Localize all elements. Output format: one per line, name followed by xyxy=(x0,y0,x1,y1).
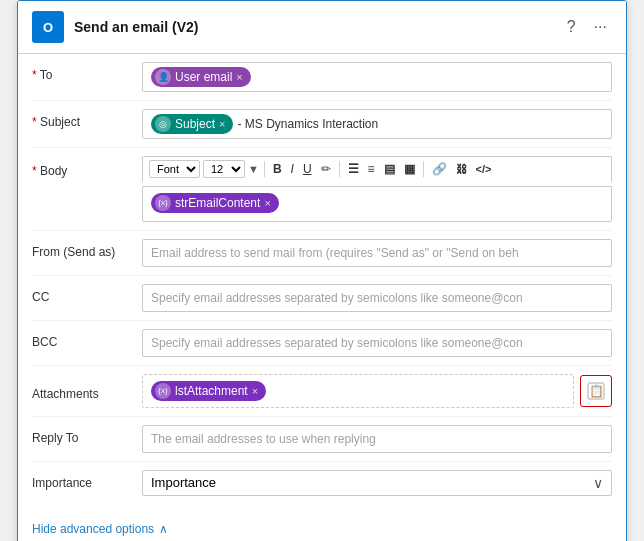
hide-advanced-link[interactable]: Hide advanced options xyxy=(32,522,154,536)
attachment-add-icon: 📋 xyxy=(587,382,605,400)
help-button[interactable]: ? xyxy=(562,16,581,38)
to-control: 👤 User email × xyxy=(142,62,612,92)
ul-btn[interactable]: ☰ xyxy=(345,160,362,179)
font-size-select[interactable]: 12 xyxy=(203,160,245,178)
cc-label: CC xyxy=(32,284,142,304)
email-card: O Send an email (V2) ? ··· To 👤 User ema… xyxy=(17,0,627,541)
to-tag-icon: 👤 xyxy=(155,69,171,85)
svg-text:O: O xyxy=(43,20,53,35)
to-input[interactable]: 👤 User email × xyxy=(142,62,612,92)
importance-label: Importance xyxy=(32,470,142,490)
subject-tag: ◎ Subject × xyxy=(151,114,233,134)
to-tag: 👤 User email × xyxy=(151,67,251,87)
attachment-tag: {x} lstAttachment × xyxy=(151,381,266,401)
body-tag-icon: {x} xyxy=(155,195,171,211)
importance-row: Importance Importance ∨ xyxy=(32,462,612,504)
attachments-input[interactable]: {x} lstAttachment × xyxy=(142,374,574,408)
link-btn[interactable]: 🔗 xyxy=(429,160,450,179)
bold-btn[interactable]: B xyxy=(270,160,285,179)
attachment-tag-icon: {x} xyxy=(155,383,171,399)
subject-row: Subject ◎ Subject × - MS Dynamics Intera… xyxy=(32,101,612,148)
subject-tag-close[interactable]: × xyxy=(219,118,225,130)
importance-chevron: ∨ xyxy=(593,475,603,491)
cc-row: CC Specify email addresses separated by … xyxy=(32,276,612,321)
size-arrow: ▼ xyxy=(248,163,259,175)
from-input[interactable]: Email address to send mail from (require… xyxy=(142,239,612,267)
importance-placeholder: Importance xyxy=(151,475,216,490)
reply-to-placeholder: The email addresses to use when replying xyxy=(151,432,376,446)
subject-tag-text: Subject xyxy=(175,117,215,131)
to-tag-close[interactable]: × xyxy=(236,71,242,83)
bcc-control: Specify email addresses separated by sem… xyxy=(142,329,612,357)
card-title: Send an email (V2) xyxy=(74,19,552,35)
subject-inner: ◎ Subject × - MS Dynamics Interaction xyxy=(151,114,378,134)
attachment-add-button[interactable]: 📋 xyxy=(580,375,612,407)
header-actions: ? ··· xyxy=(562,16,612,38)
from-label: From (Send as) xyxy=(32,239,142,259)
align-right-btn[interactable]: ▦ xyxy=(401,160,418,179)
importance-control: Importance ∨ xyxy=(142,470,612,496)
cc-control: Specify email addresses separated by sem… xyxy=(142,284,612,312)
code-btn[interactable]: </> xyxy=(473,161,495,178)
body-control: Font 12 ▼ B I U ✏ ☰ ≡ ▤ ▦ xyxy=(142,156,612,222)
underline-btn[interactable]: U xyxy=(300,160,315,179)
subject-label: Subject xyxy=(32,109,142,129)
strikethrough-btn[interactable]: ✏ xyxy=(318,160,334,179)
attachments-row: Attachments {x} lstAttachment × 📋 xyxy=(32,366,612,417)
attachments-inner: {x} lstAttachment × 📋 xyxy=(142,374,612,408)
cc-input[interactable]: Specify email addresses separated by sem… xyxy=(142,284,612,312)
bcc-input[interactable]: Specify email addresses separated by sem… xyxy=(142,329,612,357)
attachments-label: Attachments xyxy=(32,381,142,401)
outlook-icon: O xyxy=(32,11,64,43)
bcc-label: BCC xyxy=(32,329,142,349)
from-control: Email address to send mail from (require… xyxy=(142,239,612,267)
divider-1 xyxy=(264,161,265,177)
bcc-placeholder: Specify email addresses separated by sem… xyxy=(151,336,523,350)
italic-btn[interactable]: I xyxy=(288,160,297,179)
to-label: To xyxy=(32,62,142,82)
subject-control: ◎ Subject × - MS Dynamics Interaction xyxy=(142,109,612,139)
importance-select[interactable]: Importance ∨ xyxy=(142,470,612,496)
body-tag-close[interactable]: × xyxy=(264,197,270,209)
reply-to-label: Reply To xyxy=(32,425,142,445)
to-row: To 👤 User email × xyxy=(32,54,612,101)
from-placeholder: Email address to send mail from (require… xyxy=(151,246,519,260)
card-body: To 👤 User email × Subject ◎ xyxy=(18,54,626,514)
body-row: Body Font 12 ▼ B I U ✏ ☰ xyxy=(32,148,612,231)
card-header: O Send an email (V2) ? ··· xyxy=(18,1,626,54)
divider-3 xyxy=(423,161,424,177)
body-content[interactable]: {x} strEmailContent × xyxy=(142,186,612,222)
subject-tag-icon: ◎ xyxy=(155,116,171,132)
attachment-tag-text: lstAttachment xyxy=(175,384,248,398)
attachments-control: {x} lstAttachment × 📋 xyxy=(142,374,612,408)
reply-to-control: The email addresses to use when replying xyxy=(142,425,612,453)
body-tag-text: strEmailContent xyxy=(175,196,260,210)
cc-placeholder: Specify email addresses separated by sem… xyxy=(151,291,523,305)
ol-btn[interactable]: ≡ xyxy=(365,160,378,179)
body-toolbar: Font 12 ▼ B I U ✏ ☰ ≡ ▤ ▦ xyxy=(142,156,612,182)
body-label: Body xyxy=(32,156,142,178)
subject-suffix: - MS Dynamics Interaction xyxy=(237,117,378,131)
hide-advanced-section: Hide advanced options ∧ xyxy=(18,514,626,541)
reply-to-row: Reply To The email addresses to use when… xyxy=(32,417,612,462)
link2-btn[interactable]: ⛓ xyxy=(453,161,470,178)
bcc-row: BCC Specify email addresses separated by… xyxy=(32,321,612,366)
to-tag-text: User email xyxy=(175,70,232,84)
from-row: From (Send as) Email address to send mai… xyxy=(32,231,612,276)
more-button[interactable]: ··· xyxy=(589,16,612,38)
reply-to-input[interactable]: The email addresses to use when replying xyxy=(142,425,612,453)
font-select[interactable]: Font xyxy=(149,160,200,178)
hide-advanced-chevron: ∧ xyxy=(159,522,168,536)
subject-input[interactable]: ◎ Subject × - MS Dynamics Interaction xyxy=(142,109,612,139)
attachment-tag-close[interactable]: × xyxy=(252,385,258,397)
svg-text:📋: 📋 xyxy=(589,383,604,398)
divider-2 xyxy=(339,161,340,177)
body-tag: {x} strEmailContent × xyxy=(151,193,279,213)
align-left-btn[interactable]: ▤ xyxy=(381,160,398,179)
